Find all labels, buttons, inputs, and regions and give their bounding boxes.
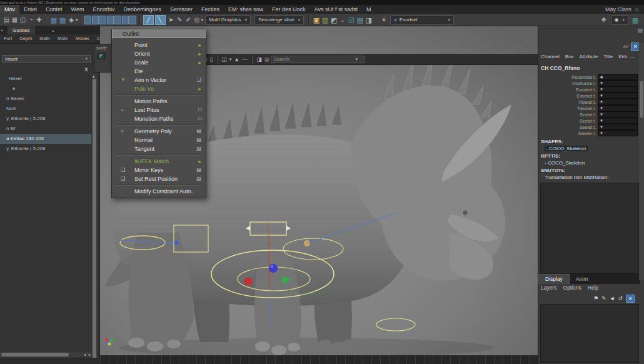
- panel-dock-icon[interactable]: ▨: [638, 28, 643, 33]
- menu-item-mirror-keys[interactable]: ❏Mirror Keys▤: [112, 166, 206, 174]
- editor-dropdown[interactable]: Sercoenge slioe ▾: [254, 15, 304, 25]
- menu-item-scale[interactable]: Scale▸: [112, 58, 206, 67]
- context-menu-title[interactable]: Outlint: [112, 29, 206, 38]
- xray-icon[interactable]: ◫: [221, 54, 227, 64]
- menu-view[interactable]: Wem: [67, 5, 89, 14]
- save-scene-icon[interactable]: ◫: [19, 16, 27, 24]
- layer-list[interactable]: [540, 304, 639, 363]
- snap-point-icon[interactable]: ◈: [67, 16, 76, 24]
- shelf-chip[interactable]: [122, 16, 129, 24]
- menu-create[interactable]: Contet: [41, 5, 67, 14]
- channel-value-field[interactable]: ▼: [598, 105, 638, 111]
- list-item[interactable]: n Sexes: [0, 94, 91, 104]
- tab-display[interactable]: Display: [538, 274, 570, 284]
- list-item[interactable]: n Bf: [0, 124, 91, 134]
- chevron-down-icon[interactable]: ▾: [229, 54, 232, 64]
- menu-title[interactable]: Title: [603, 54, 613, 59]
- joint-display-icon[interactable]: ▲: [234, 54, 239, 64]
- channel-value-field[interactable]: ▼: [598, 111, 638, 118]
- channel-value-field[interactable]: ▼: [598, 118, 638, 124]
- toggle-checkbox-icon[interactable]: ☑: [347, 16, 356, 24]
- render-current-icon[interactable]: ▥: [321, 16, 330, 24]
- scroll-up-icon[interactable]: ▴: [93, 74, 94, 78]
- menu-control[interactable]: Fer des Uock: [268, 5, 310, 14]
- panel-single-icon[interactable]: ▯: [209, 54, 213, 64]
- workspace-icon[interactable]: ⌂: [635, 5, 639, 14]
- book-icon[interactable]: ◨: [256, 54, 262, 64]
- render-view-icon[interactable]: ▣: [312, 16, 321, 24]
- undo-icon[interactable]: ◔: [27, 16, 35, 24]
- list-item[interactable]: Nexer: [0, 74, 91, 84]
- menu-options[interactable]: Options: [563, 285, 581, 291]
- menu-file[interactable]: Mov: [0, 5, 19, 14]
- renderer-dropdown[interactable]: Motif Graphics ▾: [205, 15, 251, 25]
- scroll-left-icon[interactable]: ◂: [84, 353, 86, 356]
- redo-icon[interactable]: ✚: [35, 16, 43, 24]
- snap-grid-icon[interactable]: ▩: [49, 16, 58, 24]
- light-editor-icon[interactable]: ▤: [356, 16, 365, 24]
- menu-layers[interactable]: Layers: [541, 285, 557, 291]
- menu-windows[interactable]: Denbemingoes: [119, 5, 166, 14]
- visibility-dropdown[interactable]: ◉ ▾: [611, 15, 629, 25]
- menu-box[interactable]: Box: [565, 54, 574, 59]
- preset-dropdown[interactable]: ● Exodset ▾: [390, 15, 454, 25]
- back-arrow-icon[interactable]: ◄: [610, 294, 615, 303]
- grid-toggle-icon[interactable]: ▦: [630, 16, 640, 24]
- menu-item-ikfk-match[interactable]: IK/FFK Match▸: [112, 157, 206, 166]
- insert-dropdown[interactable]: Insert ▾: [2, 55, 91, 63]
- construction-line-alt-icon[interactable]: ╲: [155, 15, 166, 25]
- magnifier-icon[interactable]: ◎: [193, 16, 201, 24]
- menu-modify[interactable]: Encorbiv: [88, 5, 119, 14]
- menu-channels[interactable]: Channel: [541, 54, 560, 59]
- menu-edit[interactable]: Entet: [19, 5, 41, 14]
- shelf-chip[interactable]: [92, 16, 99, 24]
- menu-edit[interactable]: Eidr: [618, 54, 627, 59]
- menu-item-pole-vector[interactable]: Pole Ve▸: [112, 84, 206, 93]
- scrollbar-thumb[interactable]: [1, 353, 69, 356]
- list-item[interactable]: Nort: [0, 104, 91, 114]
- panel-menu-icon[interactable]: ▪: [1, 26, 3, 35]
- menu-item-lost-pitos[interactable]: ○Lost Pitos□: [112, 106, 206, 114]
- dash-icon[interactable]: —: [242, 54, 248, 64]
- open-scene-icon[interactable]: ▦: [11, 16, 19, 24]
- snap-options-caret-icon[interactable]: ▾: [76, 16, 78, 24]
- render-settings-icon[interactable]: ◒: [338, 16, 347, 24]
- select-tool-icon[interactable]: ➤: [167, 16, 176, 24]
- menu-item-set-rest-position[interactable]: ❏Set Rest Position▤: [112, 174, 206, 183]
- new-scene-icon[interactable]: ▤: [3, 16, 11, 24]
- scroll-right-icon[interactable]: ▸: [89, 353, 91, 356]
- snap-curve-icon[interactable]: ▩: [58, 16, 67, 24]
- list-item[interactable]: é: [0, 84, 91, 94]
- channel-value-field[interactable]: ▼: [598, 130, 638, 136]
- close-icon[interactable]: ✕: [631, 43, 640, 51]
- tab-caret-icon[interactable]: ▴: [53, 28, 54, 33]
- menu-attribute[interactable]: Attribute: [580, 54, 598, 59]
- menu-skin[interactable]: Fecties: [197, 5, 224, 14]
- menu-item-aim-vector[interactable]: ▼Aim n Vector❏: [112, 76, 206, 84]
- scrollbar-thumb[interactable]: [93, 79, 96, 363]
- menu-cache[interactable]: Avs sUt f st sadst: [310, 5, 362, 14]
- time-slider-strip[interactable]: [100, 355, 538, 364]
- close-layer-icon[interactable]: ✕: [626, 295, 635, 303]
- panel-side-scrollbar[interactable]: [639, 43, 644, 280]
- paint-tool-icon[interactable]: ✐: [184, 16, 193, 24]
- magnifier-caret-icon[interactable]: ▾: [201, 16, 204, 24]
- shelf-chip[interactable]: [107, 16, 114, 24]
- x-axis-handle[interactable]: [244, 278, 253, 286]
- menu-skeleton[interactable]: Sentsoer: [166, 5, 197, 14]
- channel-value-field[interactable]: ▼: [598, 99, 638, 105]
- search-input[interactable]: [271, 56, 365, 63]
- shelf-chip[interactable]: [84, 16, 91, 24]
- menu-item-orient[interactable]: Orient▸: [112, 49, 206, 58]
- lasso-tool-icon[interactable]: ✎: [176, 16, 184, 24]
- menu-help[interactable]: M: [362, 5, 376, 14]
- menu-item-modify-constraint[interactable]: Modify Constraint Auto..: [112, 187, 206, 196]
- subtab-1[interactable]: Depth: [16, 34, 36, 43]
- tool-popup-icon[interactable]: ◩: [97, 53, 106, 59]
- scrollbar-thumb[interactable]: [640, 81, 643, 118]
- shapes-item[interactable]: - COCO_Skeleton: [545, 146, 588, 151]
- menu-constrain[interactable]: EM: shes sow: [224, 5, 268, 14]
- refresh-icon[interactable]: ↺: [618, 294, 623, 303]
- list-item[interactable]: y, E8rante | 5.208: [0, 144, 91, 154]
- menu-item-monetion-paths[interactable]: Monetion Paths□: [112, 114, 206, 123]
